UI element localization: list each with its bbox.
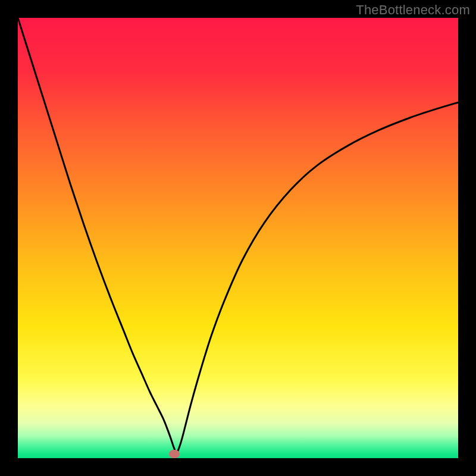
watermark-text: TheBottleneck.com [356,2,470,18]
optimum-marker [169,450,180,458]
bottleneck-curve [18,18,458,453]
chart-frame: TheBottleneck.com [0,0,476,476]
plot-area [18,18,458,458]
bottleneck-curve-svg [18,18,458,458]
